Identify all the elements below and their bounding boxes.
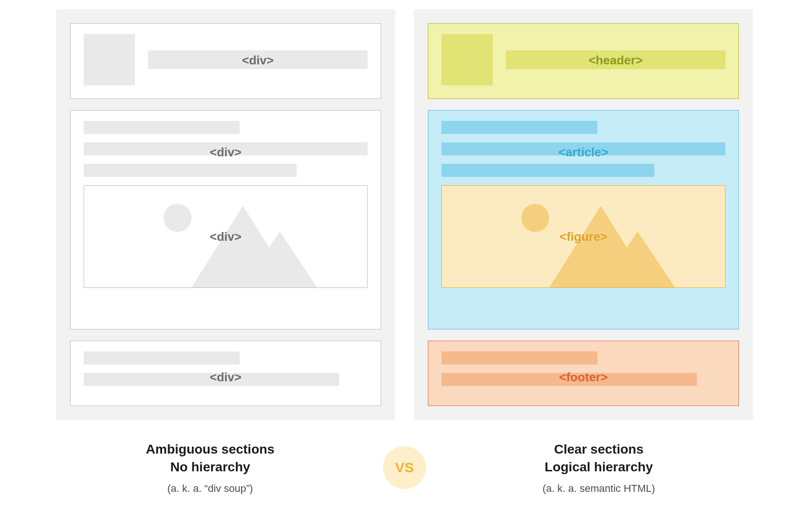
left-content-box: <div> <div> bbox=[70, 110, 381, 329]
circle-icon bbox=[163, 204, 192, 232]
left-caption-sub: (a. k. a. “div soup”) bbox=[56, 483, 364, 495]
captions-row: Ambiguous sections No hierarchy (a. k. a… bbox=[56, 441, 753, 495]
right-caption-line2: Logical hierarchy bbox=[545, 460, 653, 474]
right-panel: <header> <article> <figure> bbox=[414, 9, 753, 420]
left-footer-box: <div> bbox=[70, 341, 381, 406]
left-figure-label: <div> bbox=[210, 230, 241, 244]
mountain-icon bbox=[600, 231, 675, 287]
left-panel: <div> <div> <div> bbox=[56, 9, 395, 420]
right-caption: Clear sections Logical hierarchy (a. k. … bbox=[445, 441, 753, 495]
diagram-root: <div> <div> <div> bbox=[56, 9, 753, 495]
left-caption-line2: No hierarchy bbox=[170, 460, 250, 474]
left-header-box: <div> bbox=[70, 23, 381, 99]
image-placeholder-icon bbox=[441, 34, 493, 85]
right-header-box: <header> bbox=[428, 23, 739, 99]
right-caption-line1: Clear sections bbox=[554, 442, 643, 456]
panels-row: <div> <div> <div> bbox=[56, 9, 753, 420]
image-placeholder-icon bbox=[84, 34, 135, 85]
left-caption-line1: Ambiguous sections bbox=[146, 442, 274, 456]
right-footer-label: <footer> bbox=[559, 370, 608, 385]
right-article-box: <article> <figure> bbox=[428, 110, 739, 329]
right-caption-sub: (a. k. a. semantic HTML) bbox=[445, 483, 753, 495]
left-caption: Ambiguous sections No hierarchy (a. k. a… bbox=[56, 441, 364, 495]
left-figure-box: <div> bbox=[84, 185, 368, 288]
right-figure-box: <figure> bbox=[441, 185, 725, 288]
right-footer-box: <footer> bbox=[428, 341, 739, 406]
right-header-label: <header> bbox=[589, 53, 643, 68]
right-article-label: <article> bbox=[559, 145, 609, 160]
left-header-label: <div> bbox=[242, 53, 274, 68]
mountain-icon bbox=[242, 231, 317, 287]
left-content-label: <div> bbox=[210, 145, 241, 160]
right-figure-label: <figure> bbox=[560, 230, 608, 244]
left-footer-label: <div> bbox=[210, 370, 241, 385]
vs-badge: VS bbox=[383, 446, 426, 489]
circle-icon bbox=[521, 204, 549, 232]
